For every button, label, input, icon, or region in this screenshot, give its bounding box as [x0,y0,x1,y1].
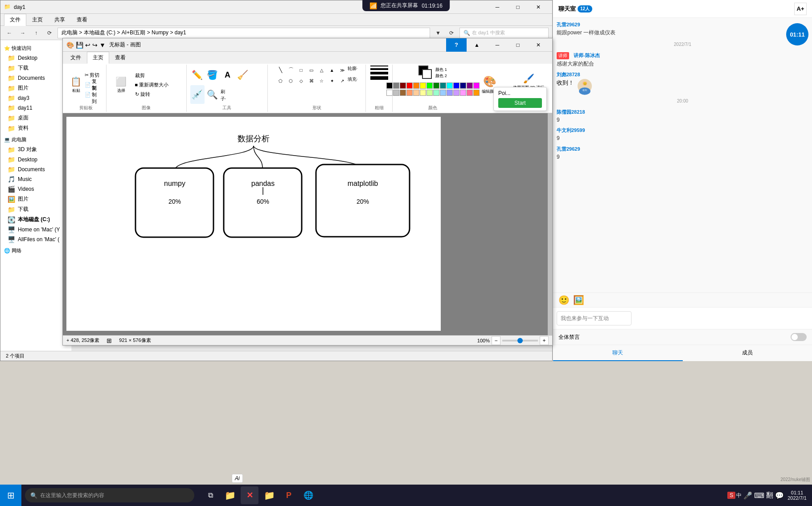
text-button[interactable]: A [221,66,235,84]
keyboard-icon[interactable]: ⌨ [754,491,764,500]
swatch-brown[interactable] [400,90,406,96]
swatch-green[interactable] [433,82,439,89]
swatch-peach[interactable] [413,90,419,96]
powerpoint-button[interactable]: P [280,486,298,504]
shape10[interactable]: ⌘ [307,76,316,85]
sidebar-item-day11[interactable]: 📁day11 [0,103,71,113]
close-button[interactable]: ✕ [528,0,549,14]
ribbon-tab-file[interactable]: 文件 [4,14,26,26]
zoom-slider[interactable] [502,340,538,341]
swatch-purple[interactable] [467,82,473,89]
mute-switch[interactable] [791,333,807,341]
ribbon-tab-home[interactable]: 主页 [26,14,49,25]
swatch-mint[interactable] [433,90,439,96]
up-button[interactable]: ↑ [31,28,41,38]
dropdown-button[interactable]: ▼ [433,28,443,38]
save-icon[interactable]: 💾 [76,41,83,49]
paint-minimize-button[interactable]: ─ [487,38,508,52]
tray-icon-chat[interactable]: 💬 [775,491,784,500]
select-button[interactable]: ⬜ 选择 [110,74,132,95]
chat-input-field[interactable] [557,311,632,325]
sidebar-item-desktop2[interactable]: 📁桌面 [0,113,71,123]
swatch-navy[interactable] [460,82,466,89]
sidebar-item-allfiles-mac[interactable]: 🖥️AllFiles on 'Mac' ( [0,234,71,244]
chinese-toggle[interactable]: 中 [736,492,742,499]
address-path[interactable]: 此电脑 > 本地磁盘 (C:) > AI+BI五期 > Numpy > day1 [57,28,430,38]
shape6[interactable]: ▲ [327,66,337,74]
ribbon-tab-share[interactable]: 共享 [49,14,71,25]
chrome-button[interactable]: 🌐 [299,486,317,504]
refresh-addr-button[interactable]: ⟳ [446,28,457,38]
paint-canvas[interactable]: 数据分析 numpy 20% pandas 60% [66,117,441,331]
sidebar-item-documents2[interactable]: 📁Documents [0,165,71,174]
emoji-button[interactable]: 🙂 [558,295,570,305]
shape-more[interactable]: ≫ [337,66,347,74]
translate-icon[interactable]: 翻 [766,491,773,500]
sidebar-item-download[interactable]: 📁下载 [0,63,71,73]
paste-button[interactable]: 📋 粘贴 [70,74,82,95]
copy-to-button[interactable]: 📄 复制到 [83,90,102,99]
swatch-red[interactable] [406,82,413,89]
shape2[interactable]: ⌒ [286,66,296,74]
maximize-button[interactable]: □ [508,0,528,14]
red-x-button[interactable]: ✕ [241,486,258,504]
swatch-lavender[interactable] [447,90,453,96]
swatch-darkred[interactable] [400,82,406,89]
sidebar-item-download2[interactable]: 📁下载 [0,204,71,214]
start-menu-button[interactable]: ⊞ [0,485,21,506]
refresh-button[interactable]: ⟳ [44,28,55,38]
start-button[interactable]: Start [498,98,542,108]
swatch-lightblue[interactable] [440,90,446,96]
taskbar-search[interactable]: 🔍 在这里输入您要搜索的内容 [25,488,194,502]
sidebar-item-home-mac[interactable]: 🖥️Home on 'Mac' (Y [0,225,71,234]
canvas-resize-handle[interactable] [548,113,552,335]
shape5[interactable]: △ [317,66,327,74]
resize-button[interactable]: ■ 重新调整大小 [133,80,171,89]
shape3[interactable]: □ [296,66,306,74]
font-size-button[interactable]: A+ [794,3,807,15]
shape8[interactable]: ⬡ [286,76,296,85]
swatch-silver[interactable] [393,90,399,96]
sidebar-item-day3[interactable]: 📁day3 [0,93,71,103]
sidebar-item-music[interactable]: 🎵Music [0,174,71,184]
paint-help-button[interactable]: ? [446,38,467,52]
zoom-out-button[interactable]: − [492,336,500,345]
sidebar-item-videos[interactable]: 🎬Videos [0,184,71,194]
swatch-salmon[interactable] [406,90,413,96]
forward-button[interactable]: → [17,28,28,38]
redo-icon[interactable]: ↪ [92,41,98,49]
sidebar-item-pictures[interactable]: 📁图片 [0,83,71,93]
mic-icon[interactable]: 🎤 [743,491,752,500]
swatch-orange[interactable] [413,82,419,89]
shape7[interactable]: ⬠ [276,76,286,85]
swatch-lightgreen[interactable] [427,90,433,96]
zoom-in-button[interactable]: + [540,336,549,345]
paint-tab-view[interactable]: 查看 [109,52,131,64]
pencil-button[interactable]: ✏️ [190,66,205,84]
eraser-button[interactable]: 🧹 [236,66,250,84]
crop-button[interactable]: 裁剪 [133,71,171,80]
shape12[interactable]: ✦ [327,76,337,85]
sidebar-item-pictures2[interactable]: 🖼️图片 [0,194,71,204]
chat-tab-members[interactable]: 成员 [683,345,812,361]
image-send-button[interactable]: 🖼️ [573,295,584,305]
shape4[interactable]: ▭ [307,66,316,74]
shape9[interactable]: ◇ [296,76,306,85]
back-button[interactable]: ← [4,28,15,38]
sogou-icon[interactable]: S [727,492,735,499]
shape1[interactable]: ╲ [276,66,286,74]
explorer-taskbar-button[interactable]: 📁 [221,486,239,504]
swatch-lilac[interactable] [453,90,459,96]
swatch-teal[interactable] [440,82,446,89]
paint-tab-home[interactable]: 主页 [87,52,109,64]
swatch-lightyellow[interactable] [420,90,426,96]
swatch-lime[interactable] [427,82,433,89]
minimize-button[interactable]: ─ [487,0,508,14]
fill-button[interactable]: 🪣 [205,66,220,84]
task-view-button[interactable]: ⧉ [201,486,219,504]
sidebar-item-documents[interactable]: 📁Documents [0,73,71,83]
swatch-yellow[interactable] [420,82,426,89]
shape11[interactable]: ☆ [317,76,327,85]
swatch-hotpink[interactable] [467,90,473,96]
folder-taskbar-button[interactable]: 📁 [260,486,278,504]
